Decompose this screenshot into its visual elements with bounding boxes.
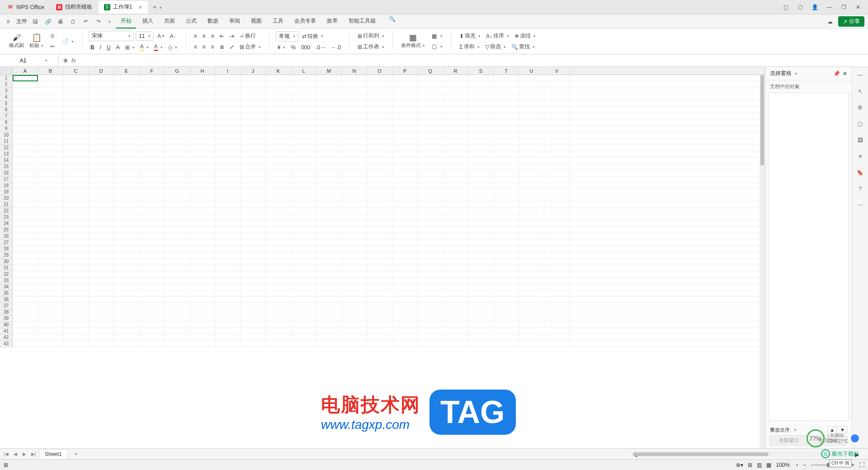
cell[interactable] [165, 258, 190, 264]
cell[interactable] [114, 119, 139, 125]
cell[interactable] [38, 309, 63, 315]
cell[interactable] [367, 309, 392, 315]
cell[interactable] [165, 202, 190, 207]
cell[interactable] [13, 328, 38, 334]
cell[interactable] [367, 341, 392, 347]
cell[interactable] [241, 195, 266, 201]
cell[interactable] [367, 277, 392, 283]
cell[interactable] [316, 145, 342, 150]
cell[interactable] [392, 221, 418, 226]
cell[interactable] [63, 233, 89, 239]
cell[interactable] [291, 176, 316, 182]
cell[interactable] [418, 315, 443, 321]
cell[interactable] [342, 334, 367, 340]
cell[interactable] [266, 126, 291, 132]
cell[interactable] [468, 341, 494, 347]
cell[interactable] [544, 176, 570, 182]
hamburger-icon[interactable]: ≡ [4, 17, 13, 26]
cell[interactable] [63, 252, 89, 258]
sum-button[interactable]: Σ 求和▾ [458, 42, 481, 52]
cell[interactable] [13, 240, 38, 245]
cell[interactable] [139, 341, 165, 347]
cell[interactable] [165, 240, 190, 245]
cell[interactable] [519, 221, 544, 226]
cell[interactable] [266, 296, 291, 302]
cell[interactable] [443, 202, 468, 207]
cell[interactable] [443, 94, 468, 100]
cell[interactable] [89, 309, 114, 315]
cell[interactable] [316, 233, 342, 239]
cell[interactable] [291, 277, 316, 283]
cell[interactable] [165, 126, 190, 132]
cell[interactable] [367, 322, 392, 328]
row-header[interactable]: 4 [0, 94, 13, 100]
cell[interactable] [418, 309, 443, 315]
cell[interactable] [544, 138, 570, 144]
cell[interactable] [342, 170, 367, 176]
cell[interactable] [418, 157, 443, 163]
cell[interactable] [443, 195, 468, 201]
cell[interactable] [418, 271, 443, 277]
cell[interactable] [241, 151, 266, 157]
cell[interactable] [165, 164, 190, 169]
cell[interactable] [418, 132, 443, 138]
cell[interactable] [38, 195, 63, 201]
cell[interactable] [418, 252, 443, 258]
cell[interactable] [342, 227, 367, 233]
cell[interactable] [215, 233, 241, 239]
cell[interactable] [418, 113, 443, 119]
column-header[interactable]: H [190, 67, 215, 75]
cell[interactable] [266, 271, 291, 277]
cell[interactable] [190, 75, 215, 81]
cell[interactable] [544, 170, 570, 176]
cell[interactable] [392, 246, 418, 252]
row-header[interactable]: 39 [0, 315, 13, 322]
print-preview-icon[interactable]: 🗋 [69, 17, 78, 26]
cell[interactable] [342, 240, 367, 245]
cell[interactable] [342, 100, 367, 106]
cell[interactable] [544, 221, 570, 226]
filter-button[interactable]: ▽ 筛选▾ [483, 42, 508, 52]
cell[interactable] [316, 334, 342, 340]
cell[interactable] [13, 252, 38, 258]
cell[interactable] [519, 240, 544, 245]
cell[interactable] [89, 341, 114, 347]
cell[interactable] [63, 284, 89, 290]
cell[interactable] [392, 94, 418, 100]
cell[interactable] [316, 176, 342, 182]
cell[interactable] [468, 258, 494, 264]
cell[interactable] [215, 296, 241, 302]
cell[interactable] [392, 322, 418, 328]
cell[interactable] [443, 126, 468, 132]
save-icon[interactable]: 🖫 [31, 17, 40, 26]
cell[interactable] [392, 214, 418, 220]
column-header[interactable]: M [316, 67, 342, 75]
cell[interactable] [38, 290, 63, 296]
cell[interactable] [241, 265, 266, 271]
cell[interactable] [114, 183, 139, 188]
cell[interactable] [418, 284, 443, 290]
font-select[interactable]: 宋体▾ [89, 31, 134, 41]
cell[interactable] [63, 126, 89, 132]
cell[interactable] [392, 151, 418, 157]
cell[interactable] [215, 265, 241, 271]
cell[interactable] [494, 277, 519, 283]
cell[interactable] [443, 265, 468, 271]
cell[interactable] [63, 164, 89, 169]
cell[interactable] [63, 221, 89, 226]
cell[interactable] [519, 119, 544, 125]
cell[interactable] [392, 183, 418, 188]
cell[interactable] [63, 271, 89, 277]
cell[interactable] [38, 214, 63, 220]
cell[interactable] [165, 176, 190, 182]
cell[interactable] [392, 341, 418, 347]
cell[interactable] [544, 277, 570, 283]
cell[interactable] [494, 322, 519, 328]
cell[interactable] [468, 176, 494, 182]
expand-widget-icon[interactable] [851, 434, 859, 442]
cell[interactable] [468, 233, 494, 239]
row-header[interactable]: 13 [0, 151, 13, 157]
cell[interactable] [215, 341, 241, 347]
cell[interactable] [38, 334, 63, 340]
cell[interactable] [291, 284, 316, 290]
